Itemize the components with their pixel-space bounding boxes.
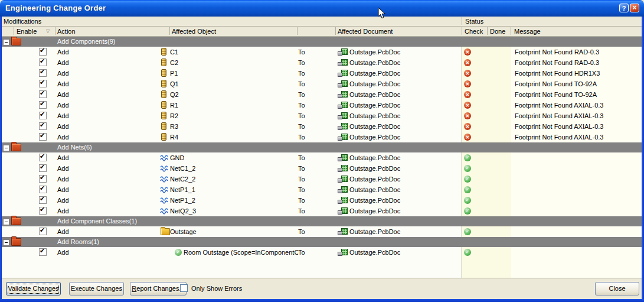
close-button[interactable]: Close bbox=[595, 282, 639, 295]
report-changes-button[interactable]: Report Changes... bbox=[130, 282, 187, 295]
column-header-done[interactable]: Done bbox=[490, 28, 505, 35]
checkmark-icon: ✔ bbox=[40, 89, 45, 98]
checkmark-icon: ✔ bbox=[40, 174, 45, 182]
enable-checkbox[interactable]: ✔ bbox=[39, 207, 47, 215]
pcb-document-icon bbox=[338, 123, 348, 130]
column-header-check[interactable]: Check bbox=[465, 28, 483, 35]
collapse-toggle-icon[interactable] bbox=[3, 145, 9, 151]
enable-checkbox[interactable]: ✔ bbox=[39, 101, 47, 109]
column-header-enable[interactable]: Enable bbox=[17, 28, 37, 35]
group-folder-icon bbox=[11, 144, 21, 151]
column-header-row: Enable ▽ Action Affected Object Affected… bbox=[2, 27, 642, 37]
table-row: ✔ Add ✓ GND To Outstage.PcbDoc ✓ bbox=[2, 152, 642, 163]
check-status-icon: × bbox=[464, 70, 471, 77]
net-icon bbox=[160, 186, 169, 194]
table-row: ✔ Add ✓ Q1 To Outstage.PcbDoc × Footprin… bbox=[2, 79, 642, 89]
enable-checkbox[interactable]: ✔ bbox=[39, 69, 47, 77]
check-status-icon: ✓ bbox=[464, 154, 471, 161]
checkmark-icon: ✔ bbox=[40, 195, 45, 203]
component-icon bbox=[161, 80, 166, 87]
check-status-icon: × bbox=[464, 102, 471, 109]
component-icon bbox=[161, 112, 166, 119]
affected-object-label: NetQ2_3 bbox=[170, 206, 196, 216]
column-header-message[interactable]: Message bbox=[514, 28, 541, 35]
action-cell: Add bbox=[57, 163, 69, 174]
enable-checkbox[interactable]: ✔ bbox=[39, 133, 47, 141]
collapse-toggle-icon[interactable] bbox=[3, 239, 9, 246]
affected-object-label: C1 bbox=[170, 47, 178, 57]
affected-object-label: R1 bbox=[170, 100, 178, 111]
column-header-action[interactable]: Action bbox=[57, 28, 76, 35]
to-label: To bbox=[298, 195, 305, 206]
check-status-icon: ✓ bbox=[464, 186, 471, 193]
affected-document-label: Outstage.PcbDoc bbox=[349, 47, 400, 57]
enable-checkbox[interactable]: ✔ bbox=[39, 248, 47, 256]
affected-object-label: Outstage bbox=[170, 226, 197, 237]
enable-checkbox[interactable]: ✔ bbox=[39, 122, 47, 130]
collapse-toggle-icon[interactable] bbox=[3, 39, 9, 46]
enable-checkbox[interactable]: ✔ bbox=[39, 48, 47, 56]
column-header-affected-document[interactable]: Affected Document bbox=[338, 28, 393, 35]
affected-object-label: NetP1_2 bbox=[170, 195, 195, 206]
message-label: Footprint Not Found HDR1X3 bbox=[515, 68, 600, 79]
check-status-icon: × bbox=[464, 91, 471, 98]
validate-changes-button[interactable]: Validate Changes bbox=[6, 282, 61, 295]
enable-checkbox[interactable]: ✔ bbox=[39, 228, 47, 235]
message-label: Footprint Not Found RAD-0.3 bbox=[515, 57, 599, 68]
help-button[interactable]: ? bbox=[619, 4, 629, 12]
checkmark-icon: ✔ bbox=[40, 226, 45, 235]
pcb-document-icon bbox=[338, 102, 348, 109]
enable-checkbox[interactable]: ✔ bbox=[39, 186, 47, 193]
only-show-errors-checkbox[interactable] bbox=[180, 284, 188, 292]
enable-checkbox[interactable]: ✔ bbox=[39, 112, 47, 119]
affected-document-label: Outstage.PcbDoc bbox=[349, 152, 400, 163]
check-status-icon: × bbox=[464, 134, 471, 141]
to-label: To bbox=[298, 47, 305, 57]
band-header: Modifications Status bbox=[2, 17, 642, 27]
enable-checkbox[interactable]: ✔ bbox=[39, 90, 47, 98]
pcb-document-icon bbox=[338, 112, 348, 119]
execute-changes-button[interactable]: Execute Changes bbox=[69, 282, 124, 295]
table-row: ✔ Add ✓ R2 To Outstage.PcbDoc × Footprin… bbox=[2, 111, 642, 121]
action-cell: Add bbox=[57, 132, 69, 142]
enable-checkbox[interactable]: ✔ bbox=[39, 164, 47, 172]
message-label: Footprint Not Found AXIAL-0.3 bbox=[515, 111, 603, 121]
sort-indicator-icon[interactable]: ▽ bbox=[46, 28, 50, 34]
to-label: To bbox=[298, 206, 305, 216]
group-row: Add Components(9) bbox=[2, 37, 642, 47]
enable-checkbox[interactable]: ✔ bbox=[39, 196, 47, 204]
message-label: Footprint Not Found AXIAL-0.3 bbox=[515, 100, 603, 111]
group-row: Add Component Classes(1) bbox=[2, 216, 642, 226]
to-label: To bbox=[298, 132, 305, 142]
collapse-toggle-icon[interactable] bbox=[3, 219, 9, 225]
affected-document-label: Outstage.PcbDoc bbox=[349, 226, 400, 237]
checkmark-icon: ✔ bbox=[40, 206, 45, 214]
column-header-affected-object[interactable]: Affected Object bbox=[172, 28, 216, 35]
action-cell: Add bbox=[57, 206, 69, 216]
checkmark-icon: ✔ bbox=[40, 163, 45, 171]
action-cell: Add bbox=[57, 174, 69, 184]
to-label: To bbox=[298, 57, 305, 68]
affected-document-label: Outstage.PcbDoc bbox=[349, 247, 400, 258]
message-label: Footprint Not Found RAD-0.3 bbox=[515, 47, 599, 57]
close-window-button[interactable]: × bbox=[630, 4, 639, 12]
checkmark-icon: ✔ bbox=[40, 79, 45, 87]
enable-checkbox[interactable]: ✔ bbox=[39, 175, 47, 183]
affected-object-label: P1 bbox=[170, 68, 178, 79]
title-bar[interactable]: Engineering Change Order ? × bbox=[0, 0, 644, 17]
component-icon bbox=[161, 59, 166, 66]
window-border-right bbox=[642, 17, 644, 302]
check-status-icon: × bbox=[464, 112, 471, 119]
action-cell: Add bbox=[57, 57, 69, 68]
table-row: ✔ Add ✓ NetQ2_3 To Outstage.PcbDoc ✓ bbox=[2, 206, 642, 216]
enable-checkbox[interactable]: ✔ bbox=[39, 154, 47, 161]
to-label: To bbox=[298, 89, 305, 100]
table-row: ✔ Add ✓ NetC2_2 To Outstage.PcbDoc ✓ bbox=[2, 174, 642, 184]
pcb-document-icon bbox=[338, 176, 348, 183]
enable-checkbox[interactable]: ✔ bbox=[39, 80, 47, 87]
enable-checkbox[interactable]: ✔ bbox=[39, 59, 47, 66]
to-label: To bbox=[298, 152, 305, 163]
table-row: ✔ Add ✓ Q2 To Outstage.PcbDoc × Footprin… bbox=[2, 89, 642, 100]
table-row: ✔ Add ✓ R1 To Outstage.PcbDoc × Footprin… bbox=[2, 100, 642, 111]
check-status-icon: ✓ bbox=[464, 176, 471, 183]
